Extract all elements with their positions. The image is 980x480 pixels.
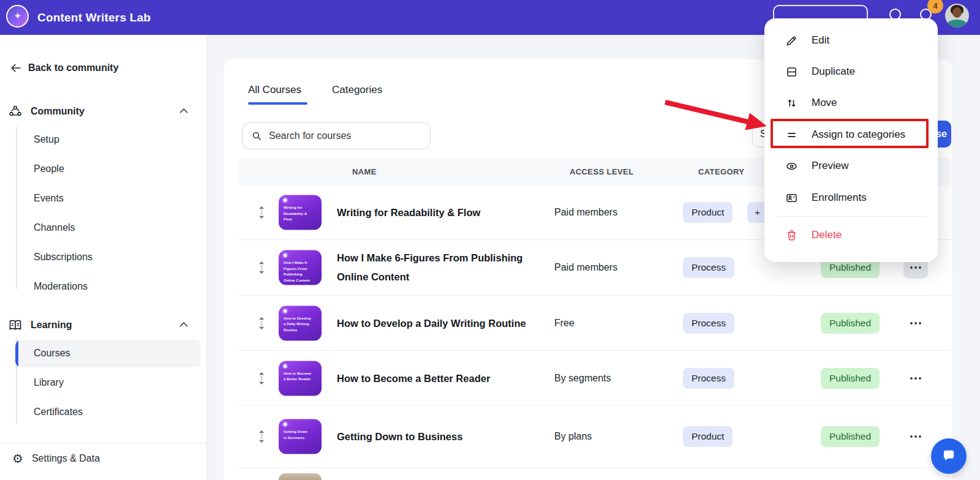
course-name: How to Develop a Daily Writing Routine [337,313,539,332]
course-name: Writing for Readability & Flow [337,203,539,222]
menu-item-label: Preview [812,160,848,172]
category-pill: Process [683,313,734,334]
category-pill: Process [683,368,734,389]
sidebar-item-library[interactable]: Library [34,372,64,393]
menu-item-enrollments[interactable]: Enrollments [764,184,938,212]
sidebar-item-people[interactable]: People [34,159,64,179]
annotation-highlight-box [771,119,929,148]
sidebar-item-settings-data[interactable]: ⚙ Settings & Data [12,451,100,466]
table-row-partial-thumbnail [279,473,322,480]
tab-categories[interactable]: Categories [332,84,382,96]
course-search [242,122,431,149]
menu-item-label: Duplicate [812,66,855,78]
category-pill: Process [683,257,734,278]
menu-item-delete[interactable]: Delete [764,221,938,249]
course-thumbnail: Getting Down to Business [279,419,322,454]
sidebar-item-events[interactable]: Events [34,188,64,209]
ellipsis-icon [910,377,922,380]
chevron-up-icon [178,105,190,118]
sidebar-item-label: Library [34,377,64,388]
sidebar-item-subscriptions[interactable]: Subscriptions [34,247,92,268]
course-thumbnail: How I Make 6-Figures From Publishing Onl… [279,250,322,285]
drag-handle-icon[interactable] [254,370,269,386]
chat-launcher-button[interactable] [931,438,967,474]
sparkle-icon [284,199,287,202]
menu-item-label: Delete [812,229,842,241]
sidebar-section-label: Learning [31,320,72,331]
duplicate-icon [785,66,798,78]
sidebar-item-label: Channels [34,222,75,233]
sidebar-item-label: Events [34,193,64,204]
sidebar-item-label: Setup [34,134,59,145]
sparkle-icon [284,309,287,312]
menu-item-duplicate[interactable]: Duplicate [764,58,938,86]
ellipsis-icon [910,435,922,438]
people-group-icon [8,104,23,119]
tab-all-courses[interactable]: All Courses [248,84,301,96]
trash-icon [785,229,798,242]
user-avatar[interactable] [945,4,969,28]
menu-divider [777,216,925,217]
sidebar-section-community[interactable]: Community [0,101,207,122]
sidebar-item-moderations[interactable]: Moderations [34,276,88,297]
column-header-category: CATEGORY [698,158,744,186]
menu-item-edit[interactable]: Edit [764,26,938,54]
thumbnail-title-text: How to Develop a Daily Writing Routine [284,315,312,333]
sparkle-icon [284,423,287,426]
sidebar-section-label: Community [31,106,85,117]
sparkle-icon [284,364,287,367]
sparkle-icon [284,254,287,257]
sidebar: Back to community Community Setup People… [0,35,207,480]
course-access-level: By plans [554,431,592,442]
search-input[interactable] [268,130,417,142]
avatar-body [947,20,967,28]
gear-icon: ⚙ [12,451,23,466]
indent-guide [16,127,17,289]
sidebar-item-courses[interactable]: Courses [34,343,70,364]
menu-item-move[interactable]: Move [764,89,938,117]
drag-handle-icon[interactable] [254,260,269,276]
community-logo [6,5,29,28]
sidebar-item-certificates[interactable]: Certificates [34,402,83,422]
table-row[interactable]: How to Become a Better Reader How to Bec… [239,351,951,406]
column-header-access-level: ACCESS LEVEL [570,158,633,186]
sidebar-divider [0,443,207,443]
notification-badge: 4 [927,0,943,13]
thumbnail-title-text: Writing for Readability & Flow [284,205,312,223]
open-book-icon [8,318,23,332]
active-indicator-bar [15,340,18,367]
table-row[interactable]: How to Develop a Daily Writing Routine H… [239,296,951,351]
course-access-level: Paid members [554,262,617,273]
course-thumbnail: Writing for Readability & Flow [279,195,322,230]
drag-handle-icon[interactable] [254,315,269,331]
course-access-level: Free [554,318,575,329]
status-badge: Published [821,426,880,447]
row-options-button[interactable] [903,312,928,334]
active-tab-underline [248,102,307,105]
category-pill: Product [683,202,733,223]
menu-item-label: Enrollments [812,192,867,204]
course-name: Getting Down to Business [337,427,539,446]
thumbnail-title-text: How to Become a Better Reader [284,370,312,382]
sidebar-item-label: Courses [34,348,70,359]
chevron-up-icon [178,319,190,331]
sidebar-item-setup[interactable]: Setup [34,129,59,150]
sidebar-item-channels[interactable]: Channels [34,217,75,238]
row-options-button[interactable] [903,426,928,448]
move-icon [785,97,798,110]
ellipsis-icon [910,321,922,325]
sidebar-item-label: Moderations [34,281,88,292]
status-badge: Published [821,313,880,334]
status-badge: Published [821,368,880,389]
table-row[interactable]: Getting Down to Business Getting Down to… [239,406,951,468]
menu-item-preview[interactable]: Preview [764,152,938,180]
course-access-level: By segments [554,373,611,384]
sidebar-item-label: Certificates [34,407,83,418]
sidebar-section-learning[interactable]: Learning [0,315,207,336]
drag-handle-icon[interactable] [254,204,269,220]
sidebar-item-label: People [34,163,64,174]
back-to-community-link[interactable]: Back to community [10,62,119,74]
drag-handle-icon[interactable] [254,429,269,444]
sidebar-item-label: Subscriptions [34,252,92,263]
row-options-button[interactable] [903,367,928,389]
